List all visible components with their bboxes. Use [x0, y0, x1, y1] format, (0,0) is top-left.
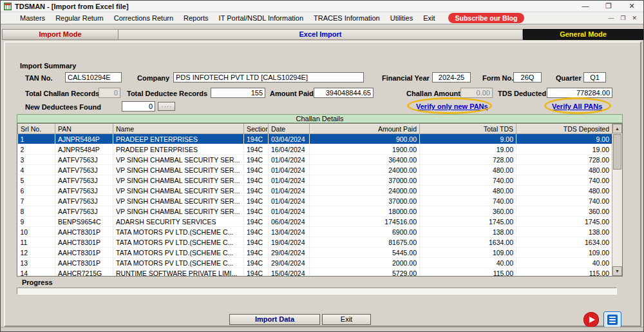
financial-year-field[interactable]: 2024-25 [432, 72, 471, 83]
table-row[interactable]: 12AAHCT8301PTATA MOTORS PV LTD.(SCHEME C… [18, 248, 612, 258]
table-cell: VP SINGH CHAMBAL SECURITY SER... [113, 196, 244, 206]
tab-import-mode[interactable]: Import Mode [2, 29, 118, 40]
column-header[interactable]: TDS Deposited [516, 124, 612, 134]
minimize-icon[interactable]: — [574, 1, 597, 12]
column-header[interactable]: Amount Paid [310, 124, 420, 134]
new-deductees-found-label: New Deductees Found [25, 103, 101, 111]
menu-item-masters[interactable]: Masters [15, 14, 50, 22]
table-row[interactable]: 3AATFV7563JVP SINGH CHAMBAL SECURITY SER… [18, 155, 612, 165]
exit-button[interactable]: Exit [322, 314, 371, 325]
table-cell: 40.00 [420, 258, 516, 268]
column-header[interactable]: Date [269, 124, 310, 134]
app-window: { "window": { "title": "TDSMAN - [Import… [0, 0, 644, 332]
table-cell: 06/04/2024 [269, 217, 310, 227]
table-row[interactable]: 6AATFV7563JVP SINGH CHAMBAL SECURITY SER… [18, 186, 612, 196]
quarter-label: Quarter [556, 74, 582, 82]
table-cell: VP SINGH CHAMBAL SECURITY SER... [113, 206, 244, 217]
table-cell: 194C [244, 227, 269, 237]
table-cell: 29/04/2024 [269, 248, 310, 258]
table-row[interactable]: 9BENPS9654CADARSH SECURITY SERVICES194C0… [18, 217, 612, 227]
tab-excel-import[interactable]: Excel Import [118, 29, 523, 40]
table-cell: 480.00 [420, 165, 516, 175]
table-row[interactable]: 13AAHCT8301PTATA MOTORS PV LTD.(SCHEME C… [18, 258, 612, 268]
company-field[interactable]: PDS INFOTECH PVT LTD [CALS10294E] [173, 72, 364, 83]
mdi-close-icon[interactable]: ✕ [632, 15, 637, 21]
import-data-button[interactable]: Import Data [229, 314, 320, 325]
table-cell: AATFV7563J [55, 175, 113, 186]
app-icon [4, 3, 12, 10]
form-no-field[interactable]: 26Q [513, 72, 542, 83]
table-cell: 13 [18, 258, 55, 268]
table-row[interactable]: 5AATFV7563JVP SINGH CHAMBAL SECURITY SER… [18, 175, 612, 186]
table-cell: 81675.00 [310, 237, 420, 248]
mdi-minimize-icon[interactable]: — [608, 15, 614, 21]
amount-paid-label: Amount Paid [270, 90, 314, 97]
table-cell: VP SINGH CHAMBAL SECURITY SER... [113, 165, 244, 175]
video-play-icon[interactable] [583, 312, 599, 327]
table-cell: 14 [18, 268, 55, 277]
quarter-field[interactable]: Q1 [583, 72, 606, 83]
mdi-restore-icon[interactable]: ❐ [620, 15, 625, 21]
scroll-down-icon[interactable]: ▼ [612, 266, 622, 276]
table-cell: AAHCR7215G [55, 268, 113, 277]
document-lines-icon [607, 315, 618, 325]
table-cell: 1745.00 [420, 217, 516, 227]
maximize-icon[interactable]: ❐ [597, 1, 620, 12]
challan-amount-label: Challan Amount [406, 90, 460, 97]
table-cell: TATA MOTORS PV LTD.(SCHEME C... [113, 248, 244, 258]
column-header[interactable]: Srl No. [18, 124, 55, 134]
vertical-scrollbar[interactable]: ▲ ▼ [612, 124, 622, 276]
progress-label: Progress [22, 278, 53, 286]
tan-field[interactable]: CALS10294E [65, 72, 122, 83]
table-cell: 194C [244, 196, 269, 206]
table-cell: 12 [18, 248, 55, 258]
table-row[interactable]: 14AAHCR7215GRUNTIME SOFTWARE PRIVATE LIM… [18, 268, 612, 277]
table-cell: 03/04/2024 [269, 134, 310, 144]
table-cell: 24000.00 [310, 186, 420, 196]
table-cell: 2000.00 [310, 258, 420, 268]
scroll-up-icon[interactable]: ▲ [612, 124, 622, 133]
table-row[interactable]: 10AAHCT8301PTATA MOTORS PV LTD.(SCHEME C… [18, 227, 612, 237]
table-row[interactable]: 8AATFV7563JVP SINGH CHAMBAL SECURITY SER… [18, 206, 612, 217]
tab-general-mode[interactable]: General Mode [523, 29, 643, 40]
table-cell: 01/04/2024 [269, 155, 310, 165]
menu-item-utilities[interactable]: Utilities [385, 14, 418, 22]
table-cell: 01/04/2024 [269, 175, 310, 186]
company-label: Company [137, 74, 169, 82]
scroll-thumb[interactable] [613, 134, 621, 170]
progress-bar [17, 288, 617, 295]
table-cell: 37000.00 [310, 196, 420, 206]
column-header[interactable]: PAN [55, 124, 113, 134]
table-row[interactable]: 4AATFV7563JVP SINGH CHAMBAL SECURITY SER… [18, 165, 612, 175]
menu-item-it-portal-nsdl-information[interactable]: IT Portal/NSDL Information [214, 14, 308, 22]
menu-item-reports[interactable]: Reports [178, 14, 214, 22]
table-row[interactable]: 11AAHCT8301PTATA MOTORS PV LTD.(SCHEME C… [18, 237, 612, 248]
table-row[interactable]: 7AATFV7563JVP SINGH CHAMBAL SECURITY SER… [18, 196, 612, 206]
column-header[interactable]: Total TDS [420, 124, 516, 134]
mode-tab-bar: Import Mode Excel Import General Mode [2, 29, 643, 40]
table-cell: VP SINGH CHAMBAL SECURITY SER... [113, 186, 244, 196]
table-cell: 1 [18, 134, 55, 144]
table-cell: 194C [244, 217, 269, 227]
challan-details-header: Challan Details [17, 114, 623, 123]
table-cell: 01/04/2024 [269, 165, 310, 175]
table-cell: 194C [244, 165, 269, 175]
browse-button[interactable]: . . . . [158, 102, 175, 111]
table-row[interactable]: 1AJNPR5484PPRADEEP ENTERPRISES194C03/04/… [18, 134, 612, 144]
column-header[interactable]: Section [244, 124, 269, 134]
table-cell: 174516.00 [310, 217, 420, 227]
menu-item-traces-information[interactable]: TRACES Information [308, 14, 385, 22]
subscribe-blog-button[interactable]: Subscribe our Blog [448, 13, 525, 23]
column-header[interactable]: Name [113, 124, 244, 134]
total-challan-records-label: Total Challan Records [25, 90, 99, 97]
blog-document-icon[interactable] [603, 311, 621, 327]
table-cell: 10 [18, 227, 55, 237]
close-icon[interactable]: ✕ [620, 1, 643, 12]
play-triangle-icon [589, 317, 595, 323]
menu-item-exit[interactable]: Exit [418, 14, 440, 22]
table-row[interactable]: 2AJNPR5484PPRADEEP ENTERPRISES194C16/04/… [18, 144, 612, 155]
table-cell: 24000.00 [310, 165, 420, 175]
menu-item-regular-return[interactable]: Regular Return [50, 14, 109, 22]
menu-item-corrections-return[interactable]: Corrections Return [109, 14, 178, 22]
mdi-window-controls: — ❐ ✕ [608, 15, 643, 21]
